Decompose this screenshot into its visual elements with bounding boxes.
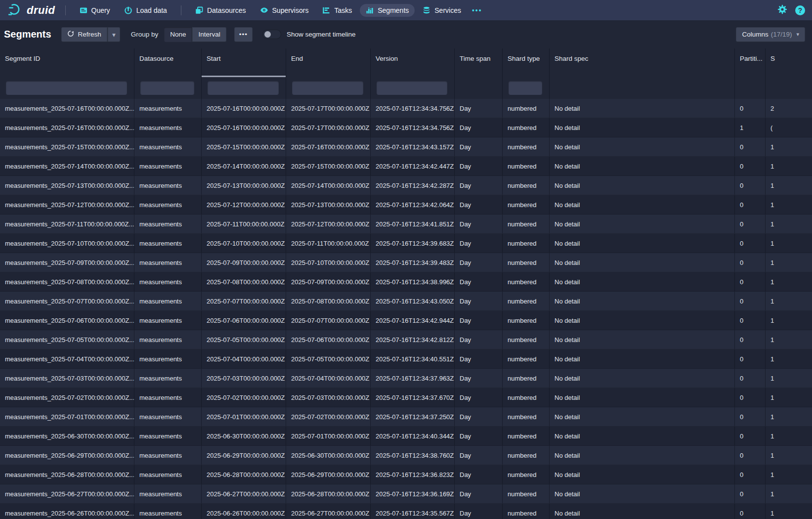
cell-partition[interactable]: 0 bbox=[735, 99, 766, 118]
cell-end[interactable]: 2025-07-11T00:00:00.000Z bbox=[286, 234, 371, 253]
cell-end[interactable]: 2025-07-17T00:00:00.000Z bbox=[286, 99, 371, 118]
header-segment-id[interactable]: Segment ID bbox=[0, 48, 134, 77]
header-partition[interactable]: Partiti... bbox=[735, 48, 766, 77]
cell-end[interactable]: 2025-07-01T00:00:00.000Z bbox=[286, 427, 371, 445]
cell-version[interactable]: 2025-07-16T12:34:35.567Z bbox=[371, 504, 455, 519]
cell-shard-type[interactable]: numbered bbox=[503, 369, 550, 388]
cell-shard-spec[interactable]: No detail bbox=[550, 427, 735, 445]
cell-shard-spec[interactable]: No detail bbox=[550, 272, 735, 291]
cell-size[interactable]: ( bbox=[766, 118, 812, 137]
cell-start[interactable]: 2025-07-05T00:00:00.000Z bbox=[202, 330, 286, 349]
cell-segment-id[interactable]: measurements_2025-07-16T00:00:00.000Z... bbox=[0, 99, 134, 118]
refresh-button[interactable]: Refresh bbox=[61, 27, 107, 42]
cell-version[interactable]: 2025-07-16T12:34:36.169Z bbox=[371, 484, 455, 503]
cell-segment-id[interactable]: measurements_2025-07-04T00:00:00.000Z... bbox=[0, 349, 134, 368]
cell-end[interactable]: 2025-07-14T00:00:00.000Z bbox=[286, 176, 371, 195]
columns-dropdown-button[interactable]: Columns (17/19) ▾ bbox=[736, 27, 805, 42]
cell-time-span[interactable]: Day bbox=[455, 137, 503, 156]
cell-shard-spec[interactable]: No detail bbox=[550, 253, 735, 272]
cell-segment-id[interactable]: measurements_2025-07-16T00:00:00.000Z... bbox=[0, 118, 134, 137]
cell-time-span[interactable]: Day bbox=[455, 195, 503, 214]
cell-segment-id[interactable]: measurements_2025-07-01T00:00:00.000Z... bbox=[0, 407, 134, 426]
header-end[interactable]: End bbox=[286, 48, 371, 77]
cell-start[interactable]: 2025-07-11T00:00:00.000Z bbox=[202, 215, 286, 233]
cell-shard-type[interactable]: numbered bbox=[503, 272, 550, 291]
cell-start[interactable]: 2025-07-04T00:00:00.000Z bbox=[202, 349, 286, 368]
segment-timeline-toggle[interactable] bbox=[262, 30, 281, 39]
cell-version[interactable]: 2025-07-16T12:34:37.963Z bbox=[371, 369, 455, 388]
cell-end[interactable]: 2025-07-07T00:00:00.000Z bbox=[286, 311, 371, 330]
cell-shard-type[interactable]: numbered bbox=[503, 215, 550, 233]
cell-size[interactable]: 1 bbox=[766, 195, 812, 214]
cell-end[interactable]: 2025-07-15T00:00:00.000Z bbox=[286, 157, 371, 175]
group-by-interval-button[interactable]: Interval bbox=[192, 27, 226, 42]
cell-shard-spec[interactable]: No detail bbox=[550, 215, 735, 233]
cell-start[interactable]: 2025-07-13T00:00:00.000Z bbox=[202, 176, 286, 195]
cell-size[interactable]: 1 bbox=[766, 311, 812, 330]
cell-datasource[interactable]: measurements bbox=[134, 176, 202, 195]
cell-time-span[interactable]: Day bbox=[455, 272, 503, 291]
shard-type-filter-input[interactable] bbox=[509, 81, 542, 95]
cell-version[interactable]: 2025-07-16T12:34:40.344Z bbox=[371, 427, 455, 445]
header-shard-spec[interactable]: Shard spec bbox=[550, 48, 735, 77]
cell-version[interactable]: 2025-07-16T12:34:42.447Z bbox=[371, 157, 455, 175]
cell-segment-id[interactable]: measurements_2025-07-05T00:00:00.000Z... bbox=[0, 330, 134, 349]
cell-time-span[interactable]: Day bbox=[455, 407, 503, 426]
cell-size[interactable]: 1 bbox=[766, 137, 812, 156]
cell-shard-spec[interactable]: No detail bbox=[550, 407, 735, 426]
cell-shard-type[interactable]: numbered bbox=[503, 157, 550, 175]
cell-partition[interactable]: 0 bbox=[735, 484, 766, 503]
cell-shard-spec[interactable]: No detail bbox=[550, 369, 735, 388]
cell-segment-id[interactable]: measurements_2025-07-03T00:00:00.000Z... bbox=[0, 369, 134, 388]
cell-segment-id[interactable]: measurements_2025-06-30T00:00:00.000Z... bbox=[0, 427, 134, 445]
cell-start[interactable]: 2025-07-16T00:00:00.000Z bbox=[202, 118, 286, 137]
end-filter-input[interactable] bbox=[292, 81, 363, 95]
cell-segment-id[interactable]: measurements_2025-07-06T00:00:00.000Z... bbox=[0, 311, 134, 330]
header-shard-type[interactable]: Shard type bbox=[503, 48, 550, 77]
cell-end[interactable]: 2025-06-27T00:00:00.000Z bbox=[286, 504, 371, 519]
cell-version[interactable]: 2025-07-16T12:34:41.851Z bbox=[371, 215, 455, 233]
cell-shard-type[interactable]: numbered bbox=[503, 253, 550, 272]
cell-shard-spec[interactable]: No detail bbox=[550, 311, 735, 330]
cell-size[interactable]: 1 bbox=[766, 427, 812, 445]
datasource-filter-input[interactable] bbox=[140, 81, 194, 95]
cell-start[interactable]: 2025-07-06T00:00:00.000Z bbox=[202, 311, 286, 330]
cell-end[interactable]: 2025-07-09T00:00:00.000Z bbox=[286, 272, 371, 291]
cell-end[interactable]: 2025-07-02T00:00:00.000Z bbox=[286, 407, 371, 426]
cell-shard-type[interactable]: numbered bbox=[503, 504, 550, 519]
cell-partition[interactable]: 0 bbox=[735, 407, 766, 426]
cell-partition[interactable]: 0 bbox=[735, 330, 766, 349]
cell-size[interactable]: 2 bbox=[766, 99, 812, 118]
cell-datasource[interactable]: measurements bbox=[134, 465, 202, 484]
cell-start[interactable]: 2025-06-26T00:00:00.000Z bbox=[202, 504, 286, 519]
cell-end[interactable]: 2025-07-12T00:00:00.000Z bbox=[286, 215, 371, 233]
cell-datasource[interactable]: measurements bbox=[134, 388, 202, 407]
cell-size[interactable]: 1 bbox=[766, 234, 812, 253]
cell-shard-type[interactable]: numbered bbox=[503, 388, 550, 407]
cell-end[interactable]: 2025-07-04T00:00:00.000Z bbox=[286, 369, 371, 388]
cell-size[interactable]: 1 bbox=[766, 330, 812, 349]
cell-datasource[interactable]: measurements bbox=[134, 446, 202, 465]
cell-partition[interactable]: 0 bbox=[735, 446, 766, 465]
cell-start[interactable]: 2025-07-14T00:00:00.000Z bbox=[202, 157, 286, 175]
cell-time-span[interactable]: Day bbox=[455, 311, 503, 330]
cell-partition[interactable]: 0 bbox=[735, 388, 766, 407]
nav-item-datasources[interactable]: Datasources bbox=[189, 4, 252, 17]
cell-time-span[interactable]: Day bbox=[455, 484, 503, 503]
cell-version[interactable]: 2025-07-16T12:34:42.944Z bbox=[371, 311, 455, 330]
cell-end[interactable]: 2025-07-13T00:00:00.000Z bbox=[286, 195, 371, 214]
header-start-sorted[interactable]: Start bbox=[202, 48, 286, 77]
cell-version[interactable]: 2025-07-16T12:34:42.812Z bbox=[371, 330, 455, 349]
cell-version[interactable]: 2025-07-16T12:34:37.670Z bbox=[371, 388, 455, 407]
cell-time-span[interactable]: Day bbox=[455, 369, 503, 388]
cell-shard-type[interactable]: numbered bbox=[503, 118, 550, 137]
cell-partition[interactable]: 0 bbox=[735, 272, 766, 291]
cell-end[interactable]: 2025-07-16T00:00:00.000Z bbox=[286, 137, 371, 156]
cell-end[interactable]: 2025-07-10T00:00:00.000Z bbox=[286, 253, 371, 272]
cell-shard-spec[interactable]: No detail bbox=[550, 388, 735, 407]
cell-version[interactable]: 2025-07-16T12:34:36.823Z bbox=[371, 465, 455, 484]
cell-start[interactable]: 2025-06-28T00:00:00.000Z bbox=[202, 465, 286, 484]
cell-datasource[interactable]: measurements bbox=[134, 157, 202, 175]
nav-item-query[interactable]: Query bbox=[74, 4, 116, 17]
cell-segment-id[interactable]: measurements_2025-06-29T00:00:00.000Z... bbox=[0, 446, 134, 465]
